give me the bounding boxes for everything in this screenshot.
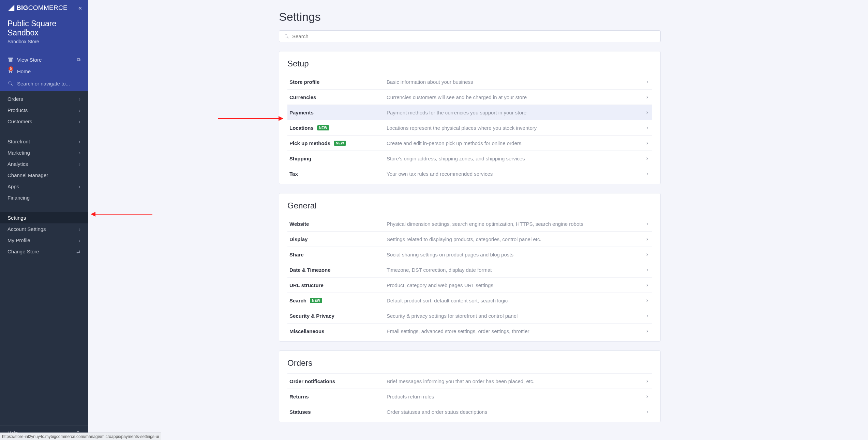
chevron-right-icon: › <box>646 171 650 177</box>
row-label: SearchNEW <box>289 298 387 303</box>
settings-search-input[interactable] <box>292 33 656 39</box>
main: Settings SetupStore profileBasic informa… <box>88 0 868 440</box>
row-description: Store's origin address, shipping zones, … <box>387 156 646 161</box>
settings-row-returns[interactable]: ReturnsProducts return rules› <box>287 389 652 404</box>
nav-item-label: Channel Manager <box>8 172 48 178</box>
chevron-right-icon: › <box>646 409 650 415</box>
nav-item-change-store[interactable]: Change Store⇄ <box>0 246 88 257</box>
row-label: Security & Privacy <box>289 313 387 319</box>
brand-mark-icon <box>8 4 15 12</box>
settings-row-miscellaneous[interactable]: MiscellaneousEmail settings, advanced st… <box>287 323 652 339</box>
chevron-right-icon: › <box>79 226 80 232</box>
search-icon <box>284 34 289 39</box>
collapse-sidebar-button[interactable]: « <box>78 4 82 12</box>
nav-item-products[interactable]: Products› <box>0 105 88 116</box>
nav-item-label: Settings <box>8 215 26 221</box>
view-store-label: View Store <box>17 57 42 63</box>
row-label: Order notifications <box>289 378 387 384</box>
section-title: Setup <box>287 59 652 68</box>
nav-item-label: Apps <box>8 184 19 189</box>
row-label: Returns <box>289 394 387 399</box>
view-store-link[interactable]: View Store ⧉ <box>0 54 88 65</box>
row-description: Timezone, DST correction, display date f… <box>387 267 646 273</box>
settings-row-pick-up-methods[interactable]: Pick up methodsNEWCreate and edit in-per… <box>287 135 652 151</box>
store-icon <box>8 57 14 63</box>
row-description: Locations represent the physical places … <box>387 125 646 131</box>
row-label: Share <box>289 252 387 257</box>
nav-item-label: Storefront <box>8 139 30 144</box>
nav-item-analytics[interactable]: Analytics› <box>0 158 88 170</box>
nav-item-settings[interactable]: Settings <box>0 212 88 223</box>
nav-item-customers[interactable]: Customers› <box>0 116 88 127</box>
nav-item-label: Products <box>8 107 28 113</box>
row-label: Shipping <box>289 156 387 161</box>
settings-section-general: GeneralWebsitePhysical dimension setting… <box>279 193 661 342</box>
settings-section-setup: SetupStore profileBasic information abou… <box>279 51 661 184</box>
row-label: Statuses <box>289 409 387 415</box>
chevron-right-icon: › <box>79 238 80 243</box>
settings-row-date-timezone[interactable]: Date & TimezoneTimezone, DST correction,… <box>287 262 652 277</box>
row-label: Website <box>289 221 387 227</box>
settings-row-security-privacy[interactable]: Security & PrivacySecurity & privacy set… <box>287 308 652 323</box>
nav-item-label: Customers <box>8 119 32 124</box>
chevron-right-icon: › <box>646 236 650 242</box>
settings-row-search[interactable]: SearchNEWDefault product sort, default c… <box>287 293 652 308</box>
row-label: Payments <box>289 110 387 115</box>
settings-search[interactable] <box>279 30 661 42</box>
chevron-right-icon: › <box>79 150 80 156</box>
row-description: Create and edit in-person pick up method… <box>387 140 646 146</box>
nav-item-label: My Profile <box>8 237 30 243</box>
new-badge: NEW <box>317 125 329 130</box>
chevron-right-icon: › <box>79 96 80 102</box>
settings-row-tax[interactable]: TaxYour own tax rules and recommended se… <box>287 166 652 181</box>
row-label: URL structure <box>289 282 387 288</box>
sidebar-search-placeholder: Search or navigate to... <box>17 81 70 87</box>
chevron-right-icon: › <box>646 297 650 303</box>
settings-row-shipping[interactable]: ShippingStore's origin address, shipping… <box>287 151 652 166</box>
nav-item-my-profile[interactable]: My Profile› <box>0 235 88 246</box>
settings-row-locations[interactable]: LocationsNEWLocations represent the phys… <box>287 120 652 135</box>
store-subtitle: Sandbox Store <box>8 39 80 44</box>
home-link[interactable]: 5 Home <box>0 65 88 77</box>
row-description: Settings related to displaying products,… <box>387 236 646 242</box>
sidebar-header: BIGCOMMERCE « Public Square Sandbox Sand… <box>0 0 88 91</box>
row-label: Date & Timezone <box>289 267 387 273</box>
nav-item-marketing[interactable]: Marketing› <box>0 147 88 158</box>
row-label: Pick up methodsNEW <box>289 140 387 146</box>
status-url: https://store-inl2ynuy4c.mybigcommerce.c… <box>2 434 159 439</box>
row-description: Product, category and web pages URL sett… <box>387 282 646 288</box>
settings-row-store-profile[interactable]: Store profileBasic information about you… <box>287 74 652 89</box>
section-title: Orders <box>287 358 652 368</box>
nav-item-label: Financing <box>8 195 30 201</box>
settings-row-website[interactable]: WebsitePhysical dimension settings, sear… <box>287 216 652 231</box>
chevron-right-icon: › <box>79 184 80 189</box>
settings-row-statuses[interactable]: StatusesOrder statuses and order status … <box>287 404 652 419</box>
row-description: Security & privacy settings for storefro… <box>387 313 646 319</box>
nav-group-store: Storefront›Marketing›Analytics›Channel M… <box>0 134 88 205</box>
nav-item-channel-manager[interactable]: Channel Manager <box>0 170 88 181</box>
new-badge: NEW <box>334 141 346 146</box>
nav-item-apps[interactable]: Apps› <box>0 181 88 192</box>
nav-group-commerce: Orders›Products›Customers› <box>0 91 88 129</box>
sidebar: BIGCOMMERCE « Public Square Sandbox Sand… <box>0 0 88 440</box>
row-label: Display <box>289 236 387 242</box>
settings-row-share[interactable]: ShareSocial sharing settings on product … <box>287 247 652 262</box>
row-label: Store profile <box>289 79 387 85</box>
chevron-right-icon: › <box>646 328 650 334</box>
settings-row-display[interactable]: DisplaySettings related to displaying pr… <box>287 231 652 247</box>
brand-logo[interactable]: BIGCOMMERCE <box>8 4 68 12</box>
nav-item-financing[interactable]: Financing <box>0 192 88 203</box>
nav-item-orders[interactable]: Orders› <box>0 93 88 105</box>
nav-item-label: Analytics <box>8 161 28 167</box>
settings-row-currencies[interactable]: CurrenciesCurrencies customers will see … <box>287 89 652 105</box>
sidebar-search[interactable]: Search or navigate to... <box>0 77 88 91</box>
settings-row-url-structure[interactable]: URL structureProduct, category and web p… <box>287 277 652 293</box>
nav-item-storefront[interactable]: Storefront› <box>0 136 88 147</box>
settings-row-payments[interactable]: PaymentsPayment methods for the currenci… <box>287 105 652 120</box>
browser-status-bar: https://store-inl2ynuy4c.mybigcommerce.c… <box>0 433 161 440</box>
row-description: Social sharing settings on product pages… <box>387 252 646 257</box>
store-title: Public Square Sandbox <box>8 19 80 37</box>
settings-row-order-notifications[interactable]: Order notificationsBrief messages inform… <box>287 373 652 389</box>
row-label: LocationsNEW <box>289 125 387 131</box>
nav-item-account-settings[interactable]: Account Settings› <box>0 223 88 235</box>
